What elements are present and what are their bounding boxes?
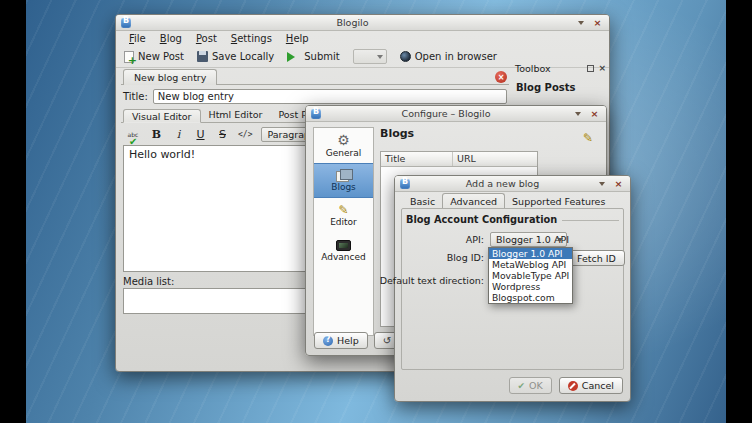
api-row: API: Blogger 1.0 API (402, 232, 623, 248)
menu-file[interactable]: File (122, 33, 153, 44)
close-tab-button[interactable]: × (495, 71, 507, 83)
minimize-icon (578, 21, 584, 28)
minimize-button[interactable] (595, 177, 608, 190)
close-button[interactable]: × (588, 107, 601, 120)
column-title[interactable]: Title (381, 152, 453, 166)
minimize-button[interactable] (574, 16, 587, 29)
add-blog-tabs: Basic Advanced Supported Features (403, 193, 612, 209)
tab-new-blog-entry[interactable]: New blog entry (123, 69, 217, 85)
ok-button[interactable]: OK (509, 377, 552, 394)
configure-window-title: Configure – Blogilo (325, 108, 567, 119)
gear-icon (337, 133, 350, 147)
add-blog-window: Add a new blog × Basic Advanced Supporte… (394, 175, 631, 402)
globe-icon (400, 51, 411, 62)
code-button[interactable]: </> (238, 130, 252, 139)
text-direction-label: Default text direction: (380, 275, 484, 286)
monitor-icon (336, 240, 351, 251)
api-dropdown-list: Blogger 1.0 API MetaWeblog API MovableTy… (488, 247, 573, 304)
dialog-button-row: OK Cancel (509, 377, 623, 394)
close-icon: × (594, 18, 602, 27)
minimize-icon (599, 182, 605, 189)
post-title-input[interactable]: New blog entry (153, 89, 507, 104)
submit-arrow-icon (287, 52, 300, 62)
submit-button[interactable]: Submit (287, 51, 339, 62)
tab-advanced[interactable]: Advanced (442, 193, 505, 209)
main-titlebar[interactable]: Blogilo × (116, 15, 609, 31)
configure-titlebar[interactable]: Configure – Blogilo × (306, 106, 606, 122)
close-icon: × (591, 109, 599, 118)
minimize-button[interactable] (571, 107, 584, 120)
blogs-icon (336, 169, 351, 181)
close-dock-icon[interactable]: × (598, 63, 606, 73)
modify-blog-button[interactable] (579, 127, 597, 145)
page-title: Blogs (380, 127, 599, 140)
entry-tab-bar: New blog entry × (121, 69, 509, 85)
minimize-icon (575, 112, 581, 119)
section-title: Blog Account Configuration (406, 214, 557, 225)
menu-blog[interactable]: Blog (153, 33, 189, 44)
open-in-browser-button[interactable]: Open in browser (400, 51, 497, 62)
tab-html-editor[interactable]: Html Editor (201, 108, 271, 122)
menu-help[interactable]: Help (279, 33, 316, 44)
blogilo-app-icon (121, 18, 131, 28)
post-title-row: Title: New blog entry (123, 88, 507, 104)
blogilo-app-icon (311, 109, 321, 119)
chevron-down-icon (377, 55, 383, 62)
underline-button[interactable]: U (194, 128, 207, 141)
api-dropdown[interactable]: Blogger 1.0 API (490, 232, 567, 247)
revert-icon (383, 335, 391, 346)
divider (562, 220, 619, 221)
menu-settings[interactable]: Settings (224, 33, 279, 44)
api-label: API: (466, 234, 484, 245)
main-window-title: Blogilo (135, 17, 570, 28)
pencil-icon (338, 204, 348, 216)
help-button[interactable]: Help (314, 332, 368, 349)
api-option-wordpress[interactable]: Wordpress (489, 281, 572, 292)
tab-basic[interactable]: Basic (403, 194, 442, 209)
check-icon (518, 380, 526, 391)
cancel-button[interactable]: Cancel (559, 377, 623, 394)
close-button[interactable]: × (612, 177, 625, 190)
section-header: Blog Account Configuration (406, 213, 619, 226)
blogilo-app-icon (400, 179, 410, 189)
title-label: Title: (123, 91, 148, 102)
api-option-metaweblog[interactable]: MetaWeblog API (489, 259, 572, 270)
chevron-down-icon (557, 238, 563, 245)
pencil-icon (583, 127, 593, 146)
help-icon (323, 336, 333, 346)
sidebar-item-editor[interactable]: Editor (314, 198, 373, 233)
italic-button[interactable]: i (172, 128, 185, 141)
menu-bar: File Blog Post Settings Help (116, 31, 609, 46)
add-blog-window-title: Add a new blog (414, 178, 591, 189)
save-locally-button[interactable]: Save Locally (197, 51, 274, 62)
api-option-blogger[interactable]: Blogger 1.0 API (489, 248, 572, 259)
blog-selector-dropdown[interactable] (353, 49, 387, 64)
cancel-icon (568, 381, 578, 391)
bold-button[interactable]: B (150, 128, 163, 141)
table-header-row: Title URL (381, 152, 537, 167)
api-option-blogspot[interactable]: Blogspot.com (489, 292, 572, 303)
media-list-label: Media list: (123, 276, 174, 287)
sidebar-item-general[interactable]: General (314, 128, 373, 163)
close-button[interactable]: × (591, 16, 604, 29)
toolbox-title: Toolbox (515, 63, 583, 74)
menu-post[interactable]: Post (189, 33, 224, 44)
tab-visual-editor[interactable]: Visual Editor (123, 109, 201, 123)
new-post-icon (124, 51, 134, 63)
column-url[interactable]: URL (453, 152, 537, 166)
sidebar-item-blogs[interactable]: Blogs (314, 163, 373, 198)
toolbox-header[interactable]: Toolbox × (513, 61, 608, 75)
new-post-button[interactable]: New Post (124, 51, 184, 63)
save-icon (197, 51, 208, 62)
strikethrough-button[interactable]: S (216, 128, 229, 141)
sidebar-item-advanced[interactable]: Advanced (314, 233, 373, 268)
float-dock-icon[interactable] (587, 65, 594, 72)
fetch-id-button[interactable]: Fetch ID (568, 250, 625, 266)
api-option-movabletype[interactable]: MovableType API (489, 270, 572, 281)
add-blog-titlebar[interactable]: Add a new blog × (395, 176, 630, 192)
close-icon: × (615, 179, 623, 188)
spellcheck-icon[interactable]: abc (125, 132, 141, 138)
toolbox-section-blog-posts[interactable]: Blog Posts (513, 75, 608, 95)
blog-id-label: Blog ID: (447, 252, 484, 263)
tab-supported-features[interactable]: Supported Features (505, 194, 612, 209)
